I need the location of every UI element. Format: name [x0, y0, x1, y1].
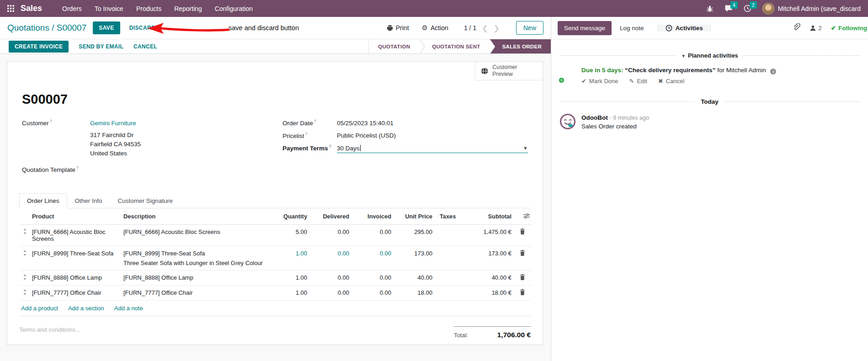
record-name[interactable]: S00007 — [22, 92, 528, 107]
chevron-down-icon[interactable]: ▼ — [523, 145, 528, 151]
pager-previous-icon[interactable]: ❮ — [482, 24, 488, 32]
delete-row-icon[interactable] — [513, 246, 532, 271]
cell-product[interactable]: [FURN_6666] Acoustic Bloc Screens — [30, 225, 122, 246]
cell-invoiced[interactable]: 0.00 — [351, 271, 393, 286]
cell-delivered[interactable]: 0.00 — [309, 225, 351, 246]
cell-quantity[interactable]: 5.00 — [272, 225, 309, 246]
message-author[interactable]: OdooBot — [581, 114, 608, 121]
cell-delivered[interactable]: 0.00 — [309, 246, 351, 271]
save-button[interactable]: SAVE — [93, 21, 120, 34]
delete-row-icon[interactable] — [513, 271, 532, 286]
col-unit-price[interactable]: Unit Price — [393, 208, 434, 225]
optional-columns-icon[interactable] — [523, 213, 530, 220]
cell-taxes[interactable] — [434, 225, 462, 246]
payment-terms-input[interactable]: 30 Days ▼ — [337, 145, 528, 153]
cell-quantity[interactable]: 1.00 — [272, 271, 309, 286]
cell-description[interactable]: [FURN_6666] Acoustic Bloc Screens — [122, 225, 272, 246]
activities-clock-icon[interactable]: 2 — [744, 5, 751, 12]
delete-row-icon[interactable] — [513, 225, 532, 246]
cell-quantity[interactable]: 1.00 — [272, 246, 309, 271]
col-quantity[interactable]: Quantity — [272, 208, 309, 225]
cell-invoiced[interactable]: 0.00 — [351, 286, 393, 301]
cell-delivered[interactable]: 0.00 — [309, 286, 351, 301]
order-date-value[interactable]: 05/25/2023 15:40:01 — [337, 120, 394, 127]
drag-handle-icon[interactable] — [19, 225, 30, 246]
debug-bug-icon[interactable] — [706, 5, 714, 12]
cell-unit-price[interactable]: 40.00 — [393, 271, 434, 286]
breadcrumb[interactable]: Quotations / S00007 — [7, 23, 86, 33]
cell-product[interactable]: [FURN_8999] Three-Seat Sofa — [30, 246, 122, 271]
col-delivered[interactable]: Delivered — [309, 208, 351, 225]
delete-row-icon[interactable] — [513, 286, 532, 301]
menu-reporting[interactable]: Reporting — [168, 5, 208, 12]
add-a-section-link[interactable]: Add a section — [68, 305, 104, 312]
status-step-sales-order[interactable]: SALES ORDER — [490, 39, 551, 53]
action-button[interactable]: ⚙ Action — [422, 24, 448, 32]
cell-description[interactable]: [FURN_8999] Three-Seat SofaThree Seater … — [122, 246, 272, 271]
tab-order-lines[interactable]: Order Lines — [19, 193, 67, 208]
drag-handle-icon[interactable] — [19, 246, 30, 271]
cell-taxes[interactable] — [434, 246, 462, 271]
add-a-note-link[interactable]: Add a note — [114, 305, 143, 312]
cancel-activity-button[interactable]: ✖Cancel — [658, 78, 684, 85]
menu-orders[interactable]: Orders — [56, 5, 88, 12]
log-note-button[interactable]: Log note — [613, 21, 650, 35]
cell-invoiced[interactable]: 0.00 — [351, 225, 393, 246]
cell-unit-price[interactable]: 295.00 — [393, 225, 434, 246]
table-row[interactable]: [FURN_6666] Acoustic Bloc Screens [FURN_… — [19, 225, 532, 246]
apps-grid-icon[interactable] — [7, 5, 14, 12]
info-icon[interactable]: i — [770, 69, 776, 74]
cell-taxes[interactable] — [434, 286, 462, 301]
tab-customer-signature[interactable]: Customer Signature — [110, 193, 181, 208]
cell-quantity[interactable]: 1.00 — [272, 286, 309, 301]
cell-product[interactable]: [FURN_7777] Office Chair — [30, 286, 122, 301]
table-row[interactable]: [FURN_8999] Three-Seat Sofa [FURN_8999] … — [19, 246, 532, 271]
cell-taxes[interactable] — [434, 271, 462, 286]
planned-activities-header[interactable]: ▼Planned activities — [559, 51, 860, 59]
customer-value[interactable]: Gemini Furniture — [90, 120, 136, 127]
col-invoiced[interactable]: Invoiced — [351, 208, 393, 225]
followers-button[interactable]: 2 — [809, 25, 822, 32]
terms-and-conditions-input[interactable]: Terms and conditions... — [19, 326, 80, 333]
customer-preview-button[interactable]: Customer Preview — [475, 62, 543, 80]
col-description[interactable]: Description — [122, 208, 272, 225]
col-subtotal[interactable]: Subtotal — [462, 208, 513, 225]
print-button[interactable]: Print — [387, 24, 409, 32]
cell-unit-price[interactable]: 18.00 — [393, 286, 434, 301]
drag-handle-icon[interactable] — [19, 271, 30, 286]
pricelist-value[interactable]: Public Pricelist (USD) — [337, 132, 396, 139]
status-step-quotation-sent[interactable]: QUOTATION SENT — [419, 39, 489, 53]
following-button[interactable]: ✔ Following — [831, 24, 867, 32]
app-name[interactable]: Sales — [21, 4, 42, 13]
drag-handle-icon[interactable] — [19, 286, 30, 301]
table-row[interactable]: [FURN_8888] Office Lamp [FURN_8888] Offi… — [19, 271, 532, 286]
cell-description[interactable]: [FURN_7777] Office Chair — [122, 286, 272, 301]
status-step-quotation[interactable]: QUOTATION — [368, 39, 419, 53]
add-a-product-link[interactable]: Add a product — [21, 305, 58, 312]
menu-to-invoice[interactable]: To Invoice — [88, 5, 130, 12]
user-menu[interactable]: Mitchell Admin (save_discard — [762, 3, 861, 15]
menu-configuration[interactable]: Configuration — [208, 5, 259, 12]
table-row[interactable]: [FURN_7777] Office Chair [FURN_7777] Off… — [19, 286, 532, 301]
new-button[interactable]: New — [516, 21, 543, 35]
col-taxes[interactable]: Taxes — [434, 208, 462, 225]
form-sheet: Customer Preview S00007 Customer? Gemini… — [7, 61, 543, 345]
cell-invoiced[interactable]: 0.00 — [351, 246, 393, 271]
cell-unit-price[interactable]: 173.00 — [393, 246, 434, 271]
attach-files-button[interactable] — [793, 23, 800, 33]
menu-products[interactable]: Products — [130, 5, 168, 12]
messages-icon[interactable]: 4 — [724, 5, 733, 12]
mark-done-button[interactable]: ✔Mark Done — [581, 78, 618, 85]
pager-next-icon[interactable]: ❯ — [494, 24, 500, 32]
col-product[interactable]: Product — [30, 208, 122, 225]
activities-tab[interactable]: Activities — [658, 25, 711, 32]
cell-delivered[interactable]: 0.00 — [309, 271, 351, 286]
send-message-button[interactable]: Send message — [558, 21, 612, 35]
create-invoice-button[interactable]: CREATE INVOICE — [9, 41, 69, 53]
edit-activity-button[interactable]: ✎Edit — [629, 78, 647, 85]
cancel-button[interactable]: CANCEL — [133, 43, 157, 50]
cell-description[interactable]: [FURN_8888] Office Lamp — [122, 271, 272, 286]
tab-other-info[interactable]: Other Info — [67, 193, 110, 208]
send-by-email-button[interactable]: SEND BY EMAIL — [79, 43, 123, 50]
cell-product[interactable]: [FURN_8888] Office Lamp — [30, 271, 122, 286]
